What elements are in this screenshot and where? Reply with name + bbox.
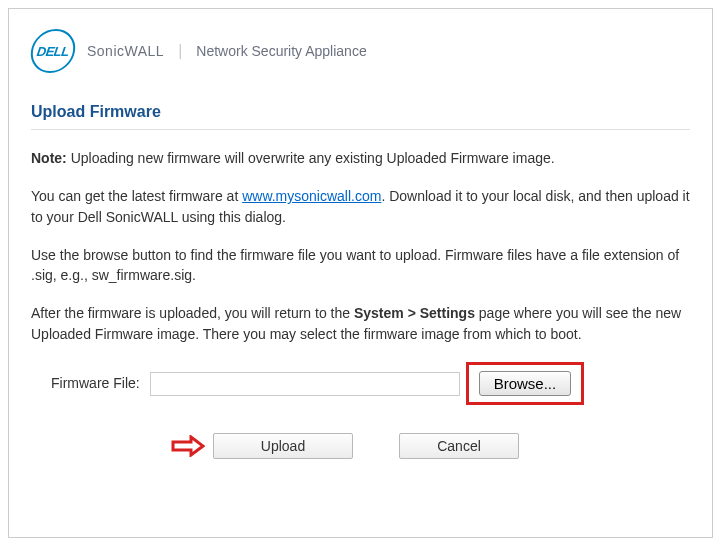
content-area: Note: Uploading new firmware will overwr… [31, 148, 690, 459]
browse-button[interactable]: Browse... [479, 371, 572, 396]
title-divider [31, 129, 690, 130]
file-row: Firmware File: Browse... [51, 362, 690, 405]
page-title: Upload Firmware [31, 103, 690, 121]
browse-highlight: Browse... [466, 362, 585, 405]
appliance-text: Network Security Appliance [196, 43, 366, 59]
firmware-file-input[interactable] [150, 372, 460, 396]
para4-bold: System > Settings [354, 305, 475, 321]
brand-text: SonicWALL [87, 43, 164, 59]
firmware-file-label: Firmware File: [51, 373, 140, 393]
button-row: Upload Cancel [171, 433, 690, 459]
note-paragraph: Note: Uploading new firmware will overwr… [31, 148, 690, 168]
cancel-button[interactable]: Cancel [399, 433, 519, 459]
dell-logo-icon: DELL [28, 29, 78, 73]
after-upload-paragraph: After the firmware is uploaded, you will… [31, 303, 690, 344]
dialog-container: DELL SonicWALL | Network Security Applia… [8, 8, 713, 538]
para4-pre: After the firmware is uploaded, you will… [31, 305, 354, 321]
mysonicwall-link[interactable]: www.mysonicwall.com [242, 188, 381, 204]
dell-logo-text: DELL [36, 44, 70, 59]
download-paragraph: You can get the latest firmware at www.m… [31, 186, 690, 227]
browse-instruction-paragraph: Use the browse button to find the firmwa… [31, 245, 690, 286]
para2-pre: You can get the latest firmware at [31, 188, 242, 204]
header: DELL SonicWALL | Network Security Applia… [31, 29, 690, 73]
brand-divider: | [178, 42, 182, 60]
arrow-icon [171, 435, 205, 457]
note-text: Uploading new firmware will overwrite an… [67, 150, 555, 166]
upload-button[interactable]: Upload [213, 433, 353, 459]
note-label: Note: [31, 150, 67, 166]
